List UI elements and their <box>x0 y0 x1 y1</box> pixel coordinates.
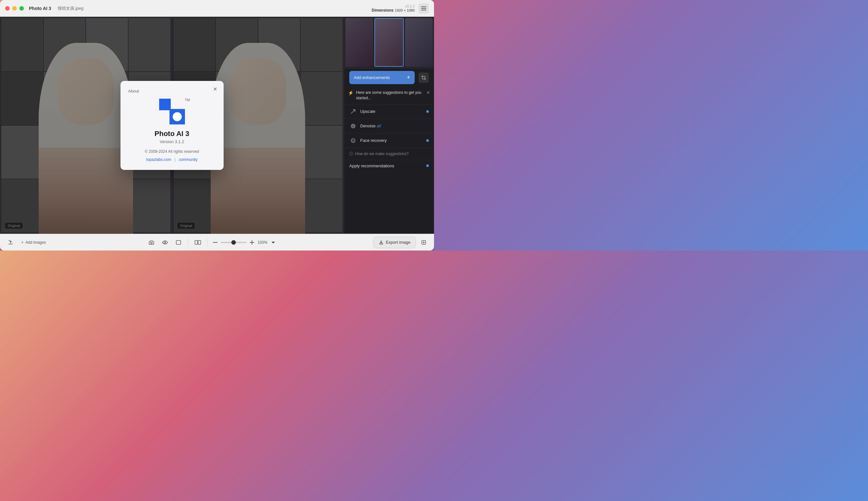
face-recovery-icon <box>349 137 357 145</box>
svg-rect-15 <box>250 242 254 243</box>
suggestion-denoise[interactable]: Denoise all <box>344 119 434 133</box>
bottom-bar: + Add images <box>0 234 434 250</box>
suggestion-upscale[interactable]: Upscale <box>344 104 434 119</box>
main-content: Original <box>0 17 434 234</box>
lightning-icon: ⚡ <box>348 90 354 95</box>
zoom-slider[interactable] <box>221 242 247 243</box>
file-name: 报纸女孩.jpeg <box>58 6 84 11</box>
svg-point-5 <box>351 139 355 142</box>
camera-button[interactable] <box>146 237 157 248</box>
suggestion-denoise-label: Denoise all <box>360 124 429 128</box>
face-recovery-dot <box>426 139 429 142</box>
svg-point-4 <box>352 125 354 127</box>
suggestions-header: ⚡ Here are some suggestions to get you s… <box>344 87 434 104</box>
export-button[interactable]: Export image <box>373 237 416 248</box>
version-info: v3.1.2 Dimensions 1920 × 1080 <box>372 4 415 13</box>
modal-version: Version 3.1.2 <box>128 139 216 144</box>
zoom-percent: 100% <box>258 240 269 245</box>
suggestion-upscale-label: Upscale <box>360 109 426 114</box>
upload-button[interactable] <box>5 237 16 248</box>
right-sidebar: Add enhancements + ⚡ Here are some sugge… <box>344 17 434 234</box>
add-images-label: Add images <box>25 240 46 245</box>
suggestions-title: Here are some suggestions to get you sta… <box>356 90 424 101</box>
about-modal: About ✕ TM Photo AI 3 Version 3.1.2 <box>120 81 224 170</box>
modal-header-label: About <box>128 89 216 94</box>
thumbnail-3[interactable] <box>405 18 433 67</box>
app-logo-icon: TM <box>159 99 185 125</box>
svg-rect-10 <box>176 241 181 244</box>
zoom-out-button[interactable] <box>212 237 219 248</box>
svg-point-8 <box>151 242 152 244</box>
window-button[interactable] <box>173 237 184 248</box>
divider-1 <box>188 238 188 246</box>
denoise-icon <box>349 122 357 130</box>
add-images-button[interactable]: + Add images <box>19 237 48 248</box>
svg-rect-1 <box>421 8 426 9</box>
how-suggestions-label: How do we make suggestions? <box>355 151 409 156</box>
traffic-lights <box>5 6 24 11</box>
compare-button[interactable] <box>192 237 204 248</box>
suggestion-face-recovery[interactable]: Face recovery <box>344 133 434 148</box>
add-enhancements-button[interactable]: Add enhancements + <box>349 71 415 84</box>
svg-point-7 <box>354 140 354 141</box>
apply-recommendations-label: Apply recommendations <box>349 163 426 168</box>
logo-circle <box>173 112 182 121</box>
dimensions-label: Dimensions <box>372 8 394 13</box>
upscale-icon <box>349 108 357 115</box>
modal-overlay: About ✕ TM Photo AI 3 Version 3.1.2 <box>0 17 344 234</box>
add-enhancements-icon: + <box>406 74 410 81</box>
close-button[interactable] <box>5 6 10 11</box>
minimize-button[interactable] <box>12 6 17 11</box>
add-images-icon: + <box>21 240 23 245</box>
app-title: Photo AI 3 <box>29 6 51 11</box>
svg-rect-12 <box>198 241 201 244</box>
app-window: Photo AI 3 报纸女孩.jpeg v3.1.2 Dimensions 1… <box>0 0 434 250</box>
zoom-thumb[interactable] <box>231 240 236 245</box>
modal-copyright: © 2009-2024 All rights reserved <box>128 149 216 154</box>
canvas-area: Original <box>0 17 344 234</box>
crop-button[interactable] <box>419 73 429 83</box>
thumbnail-2[interactable] <box>375 18 403 67</box>
modal-links: topazlabs.com | community <box>128 156 216 162</box>
zoom-in-button[interactable] <box>248 237 256 248</box>
suggestions-panel: ⚡ Here are some suggestions to get you s… <box>344 87 434 234</box>
community-link[interactable]: community <box>179 157 197 162</box>
dimensions-value: 1920 × 1080 <box>395 8 415 12</box>
add-enhancements-label: Add enhancements <box>354 75 390 80</box>
title-right: v3.1.2 Dimensions 1920 × 1080 <box>372 3 429 13</box>
svg-rect-13 <box>213 242 217 243</box>
apply-recommendations-button[interactable]: Apply recommendations <box>344 160 434 171</box>
svg-rect-0 <box>421 7 426 7</box>
version-label: v3.1.2 <box>372 4 415 8</box>
thumbnail-1[interactable] <box>345 18 373 67</box>
info-icon: ⓘ <box>349 151 353 157</box>
export-options-button[interactable] <box>419 237 429 248</box>
modal-app-name: Photo AI 3 <box>128 130 216 138</box>
logo-square-bottom <box>170 109 185 125</box>
close-suggestions-button[interactable]: ✕ <box>426 90 430 95</box>
logo-square-top <box>159 99 171 110</box>
eye-button[interactable] <box>160 237 171 248</box>
how-suggestions-row[interactable]: ⓘ How do we make suggestions? <box>344 148 434 160</box>
title-bar: Photo AI 3 报纸女孩.jpeg v3.1.2 Dimensions 1… <box>0 0 434 17</box>
apply-recommendations-dot <box>426 164 429 167</box>
maximize-button[interactable] <box>19 6 24 11</box>
sidebar-toggle-button[interactable] <box>419 3 429 13</box>
tm-label: TM <box>185 98 190 102</box>
zoom-dropdown-button[interactable] <box>271 237 275 248</box>
svg-point-3 <box>351 124 355 128</box>
svg-rect-2 <box>421 10 426 10</box>
topazlabs-link[interactable]: topazlabs.com <box>146 157 171 162</box>
export-label: Export image <box>386 240 411 245</box>
enhancements-row: Add enhancements + <box>344 68 434 87</box>
svg-point-9 <box>164 242 166 243</box>
svg-point-6 <box>352 140 353 141</box>
svg-rect-11 <box>195 241 197 244</box>
upscale-dot <box>426 110 429 113</box>
modal-close-button[interactable]: ✕ <box>211 85 219 93</box>
link-separator: | <box>175 157 176 162</box>
modal-logo: TM <box>128 99 216 125</box>
divider-2 <box>207 238 208 246</box>
suggestion-face-recovery-label: Face recovery <box>360 138 426 143</box>
zoom-controls: 100% <box>212 237 275 248</box>
